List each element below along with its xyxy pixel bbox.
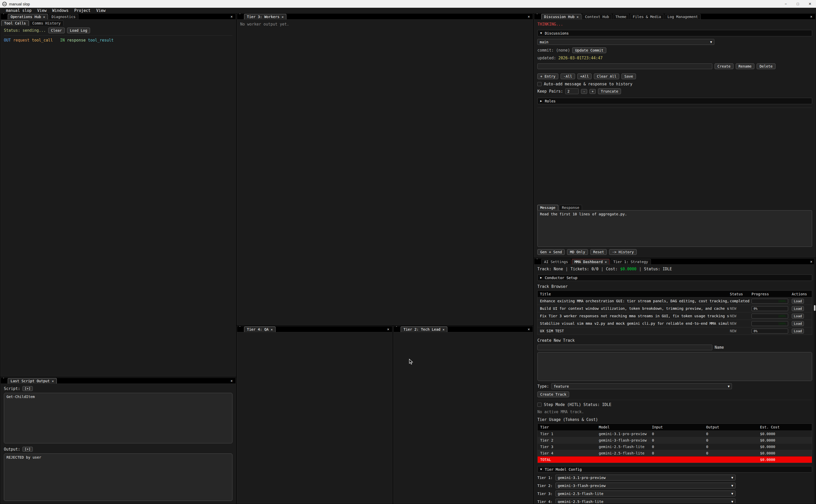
collapse-all-button[interactable]: -All [561, 74, 575, 79]
panel-menu-icon[interactable] [239, 327, 241, 331]
menu-item-view2[interactable]: View [93, 8, 108, 13]
create-track-button[interactable]: Create Track [537, 392, 569, 397]
tab-close-icon[interactable]: ✕ [271, 328, 273, 331]
message-textarea[interactable]: Read the first 10 lines of aggregate.py. [537, 210, 812, 247]
table-row[interactable]: Fix Tier 3 worker responses not reaching… [538, 312, 812, 320]
load-log-button[interactable]: Load Log [67, 28, 90, 33]
keep-pairs-input[interactable]: 2 [565, 88, 579, 94]
tab-response[interactable]: Response [559, 205, 582, 210]
menu-item-windows[interactable]: Windows [49, 8, 71, 13]
scrollbar-thumb[interactable] [814, 305, 815, 311]
tab-discussion-hub[interactable]: Discussion Hub ✕ [541, 14, 581, 19]
autoadd-checkbox[interactable] [537, 82, 542, 86]
step-mode-checkbox[interactable] [537, 403, 542, 407]
discussions-section-header[interactable]: ▼ Discussions [537, 30, 812, 36]
md-only-button[interactable]: MD Only [567, 249, 588, 255]
panel-close-icon[interactable]: ✕ [527, 327, 531, 331]
load-button[interactable]: Load [792, 314, 804, 319]
tab-log-management[interactable]: Log Management [665, 14, 701, 19]
tab-context-hub[interactable]: Context Hub [582, 14, 612, 19]
tab-diagnostics[interactable]: Diagnostics [49, 14, 78, 19]
panel-menu-icon[interactable] [536, 259, 539, 264]
operations-hub-panel: Operations Hub ✕ Diagnostics ✕ Tool Call… [1, 13, 236, 377]
load-button[interactable]: Load [792, 306, 804, 311]
table-row[interactable]: Enhance existing MMA orchestration GUI: … [538, 297, 812, 305]
minimize-icon[interactable]: − [780, 0, 792, 8]
tab-operations-hub[interactable]: Operations Hub ✕ [8, 14, 48, 19]
tab-close-icon[interactable]: ✕ [605, 260, 607, 264]
roles-section-header[interactable]: ▶ Roles [537, 98, 812, 104]
tab-tool-calls[interactable]: Tool Calls [1, 20, 29, 26]
tab-close-icon[interactable]: ✕ [577, 15, 579, 19]
rename-button[interactable]: Rename [736, 63, 755, 69]
tab-tier2-tech-lead[interactable]: Tier 2: Tech Lead ✕ [401, 327, 447, 332]
panel-menu-icon[interactable] [239, 14, 241, 19]
keep-pairs-plus-button[interactable]: + [589, 89, 596, 94]
tab-tier3-workers[interactable]: Tier 3: Workers ✕ [244, 14, 286, 19]
clear-button[interactable]: Clear [48, 28, 65, 33]
table-row[interactable]: Stabilize visual_sim_mma_v2.py and mock_… [538, 320, 812, 327]
track-name-input[interactable] [537, 345, 712, 350]
load-button[interactable]: Load [792, 299, 804, 304]
tab-close-icon[interactable]: ✕ [52, 379, 54, 383]
clear-all-button[interactable]: Clear All [594, 74, 619, 79]
panel-menu-icon[interactable] [2, 14, 5, 19]
tab-message[interactable]: Message [537, 205, 558, 210]
menu-item-view[interactable]: View [34, 8, 49, 13]
add-entry-button[interactable]: + Entry [537, 74, 558, 79]
track-description-textarea[interactable] [537, 352, 812, 381]
delete-button[interactable]: Delete [757, 63, 775, 69]
keep-pairs-minus-button[interactable]: - [581, 89, 587, 94]
gen-send-button[interactable]: Gen + Send [537, 249, 565, 255]
track-type-select[interactable]: feature ▼ [551, 383, 732, 389]
table-row[interactable]: UX_SIM_TEST NEW 0% Load [538, 327, 812, 335]
tab-files-media[interactable]: Files & Media [630, 14, 664, 19]
output-content-box[interactable]: REJECTED by user [4, 453, 232, 501]
save-button[interactable]: Save [621, 74, 636, 79]
panel-close-icon[interactable]: ✕ [229, 14, 234, 19]
reset-button[interactable]: Reset [590, 249, 607, 255]
panel-menu-icon[interactable] [395, 327, 398, 331]
tier-model-config-header[interactable]: ▼ Tier Model Config [537, 466, 812, 473]
tab-mma-dashboard[interactable]: MMA Dashboard ✕ [572, 259, 610, 264]
tab-theme[interactable]: Theme [613, 14, 629, 19]
tab-tier4-qa[interactable]: Tier 4: QA ✕ [244, 327, 276, 332]
create-button[interactable]: Create [715, 63, 733, 69]
tier1-model-select[interactable]: gemini-3.1-pro-preview ▼ [555, 475, 736, 481]
panel-menu-icon[interactable] [2, 378, 5, 383]
conductor-setup-header[interactable]: ▶ Conductor Setup [537, 274, 812, 281]
panel-menu-icon[interactable] [536, 14, 539, 19]
panel-close-icon[interactable]: ✕ [386, 327, 391, 331]
tier4-model-select[interactable]: gemini-2.5-flash-lite ▼ [555, 499, 736, 503]
menu-item-project[interactable]: Project [71, 8, 93, 13]
tab-close-icon[interactable]: ✕ [43, 15, 45, 19]
tab-comms-history[interactable]: Comms History [29, 20, 63, 26]
truncate-button[interactable]: Truncate [598, 88, 621, 94]
panel-close-icon[interactable]: ✕ [527, 14, 531, 19]
discussion-select[interactable]: main ▼ [537, 39, 714, 45]
tab-last-script-output[interactable]: Last Script Output ✕ [8, 378, 57, 384]
tier3-model-select[interactable]: gemini-2.5-flash-lite ▼ [555, 491, 736, 497]
output-expand-button[interactable]: [+] [22, 447, 33, 452]
close-icon[interactable]: ✕ [804, 0, 816, 8]
table-row[interactable]: Build UI for context window utilization,… [538, 305, 812, 312]
update-commit-button[interactable]: Update Commit [572, 47, 606, 53]
tier2-model-select[interactable]: gemini-3-flash-preview ▼ [555, 483, 736, 489]
load-button[interactable]: Load [792, 321, 804, 326]
panel-close-icon[interactable]: ✕ [809, 14, 814, 19]
script-content-box[interactable]: Get-ChildItem [4, 393, 232, 443]
panel-close-icon[interactable]: ✕ [229, 379, 234, 383]
tab-tier1-strategy[interactable]: Tier 1: Strategy [610, 259, 651, 264]
script-expand-button[interactable]: [+] [22, 386, 33, 391]
menu-item-manual-slop[interactable]: manual slop [3, 8, 34, 13]
expand-all-button[interactable]: +All [577, 74, 592, 79]
tab-ai-settings[interactable]: AI Settings [541, 259, 571, 264]
discussion-name-input[interactable] [537, 63, 712, 69]
tab-close-icon[interactable]: ✕ [281, 15, 284, 19]
maximize-icon[interactable]: □ [792, 0, 804, 8]
to-history-button[interactable]: -> History [609, 249, 636, 255]
panel-close-icon[interactable]: ✕ [809, 259, 814, 264]
tab-close-icon[interactable]: ✕ [442, 328, 445, 331]
scrollbar-track[interactable] [814, 259, 815, 503]
load-button[interactable]: Load [792, 329, 804, 334]
